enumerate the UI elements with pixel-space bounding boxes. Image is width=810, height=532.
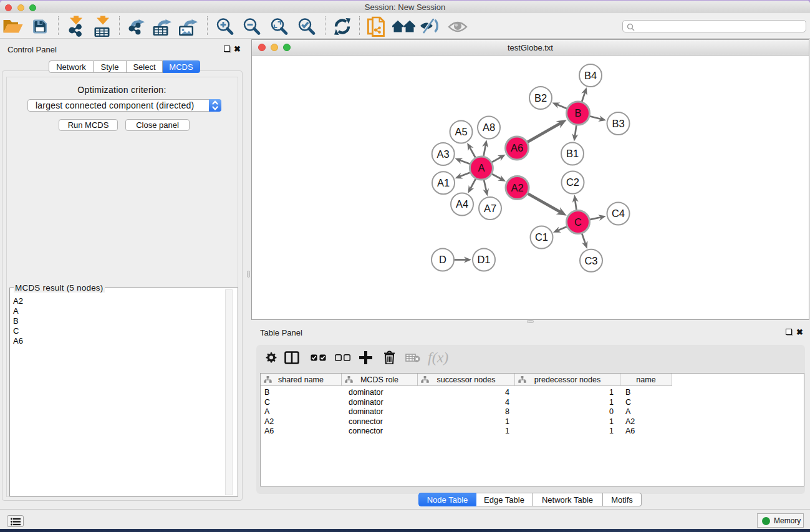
- svg-text:B: B: [574, 107, 581, 118]
- svg-text:B3: B3: [612, 118, 624, 129]
- svg-text:A1: A1: [437, 177, 450, 188]
- svg-text:A2: A2: [511, 182, 523, 193]
- svg-text:D: D: [439, 254, 446, 265]
- svg-text:A3: A3: [437, 148, 450, 160]
- svg-text:A8: A8: [483, 122, 495, 133]
- svg-text:A: A: [478, 162, 485, 173]
- svg-text:A7: A7: [484, 203, 496, 214]
- svg-text:B1: B1: [566, 148, 579, 159]
- svg-text:B4: B4: [584, 70, 597, 81]
- svg-text:C: C: [574, 216, 582, 228]
- svg-text:C2: C2: [566, 177, 579, 188]
- svg-text:A4: A4: [456, 198, 468, 210]
- svg-text:D1: D1: [477, 254, 490, 265]
- svg-text:A6: A6: [511, 142, 523, 153]
- svg-text:C3: C3: [584, 255, 597, 266]
- svg-text:C1: C1: [535, 231, 548, 243]
- svg-text:A5: A5: [455, 126, 467, 137]
- svg-text:C4: C4: [612, 208, 625, 219]
- svg-text:B2: B2: [534, 92, 547, 104]
